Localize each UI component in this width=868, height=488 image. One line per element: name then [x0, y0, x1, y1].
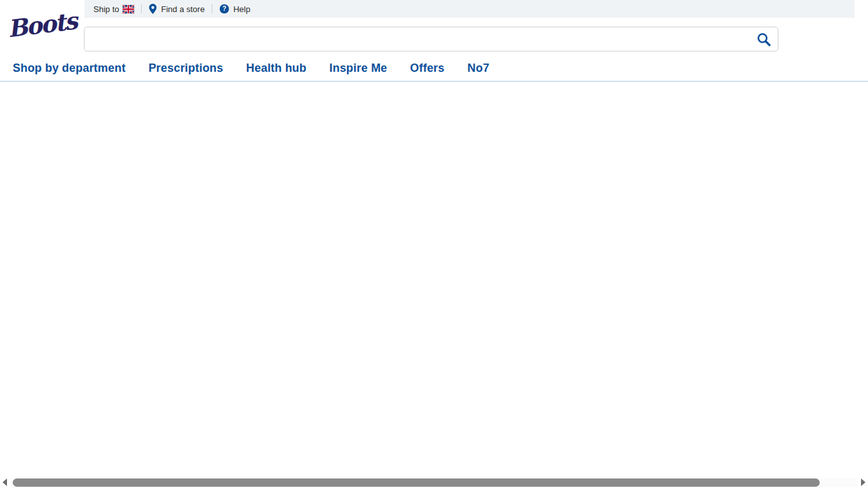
scrollbar-right-arrow[interactable] [861, 478, 865, 486]
svg-text:?: ? [222, 5, 226, 12]
nav-item-no7[interactable]: No7 [468, 62, 490, 75]
page-content-area [0, 82, 868, 477]
boots-logo-text: Boots [6, 9, 78, 41]
nav-item-prescriptions[interactable]: Prescriptions [149, 62, 224, 75]
nav-item-inspire-me[interactable]: Inspire Me [329, 62, 387, 75]
help-question-icon: ? [219, 4, 229, 14]
uk-flag-icon [123, 5, 134, 13]
topbar-divider [141, 4, 142, 13]
main-nav: Shop by department Prescriptions Health … [13, 58, 489, 78]
help-label: Help [233, 4, 250, 14]
topbar-divider [212, 4, 212, 13]
nav-item-offers[interactable]: Offers [410, 62, 444, 75]
ship-to-selector[interactable]: Ship to [93, 4, 134, 14]
find-a-store-link[interactable]: Find a store [149, 4, 205, 14]
horizontal-scrollbar [0, 477, 868, 487]
scrollbar-left-arrow[interactable] [3, 478, 7, 486]
top-utility-bar: Ship to Find a store ? Help [85, 0, 855, 18]
nav-item-shop-by-department[interactable]: Shop by department [13, 62, 126, 75]
ship-to-label: Ship to [93, 4, 119, 14]
location-pin-icon [149, 4, 157, 14]
search-icon [756, 32, 771, 47]
scrollbar-thumb[interactable] [13, 478, 820, 487]
find-a-store-label: Find a store [161, 4, 205, 14]
boots-logo[interactable]: Boots [10, 5, 74, 44]
help-link[interactable]: ? Help [219, 4, 250, 14]
search-bar [84, 27, 778, 51]
search-button[interactable] [750, 27, 778, 51]
search-input[interactable] [85, 27, 750, 51]
scrollbar-track[interactable] [10, 478, 858, 487]
nav-item-health-hub[interactable]: Health hub [246, 62, 306, 75]
